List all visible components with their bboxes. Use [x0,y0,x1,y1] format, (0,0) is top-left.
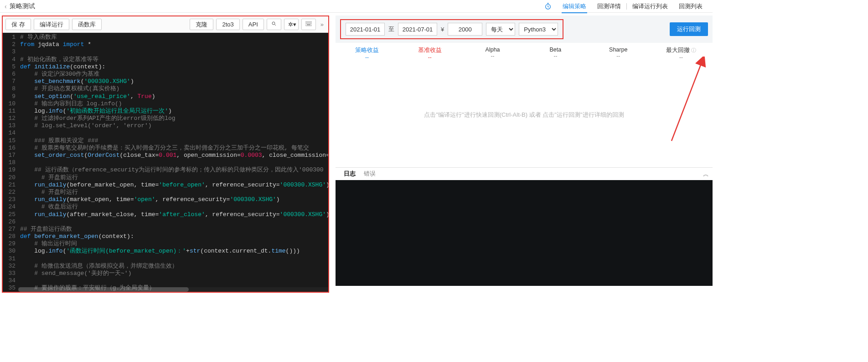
hint-area: 点击"编译运行"进行快速回测(Ctrl-Alt-B) 或者 点击"运行回测"进行… [336,62,713,167]
search-icon [271,21,277,28]
log-tab-0[interactable]: 日志 [344,167,356,181]
back-chevron-icon[interactable]: ‹ [5,3,7,10]
clone-button[interactable]: 克隆 [190,19,213,31]
gear-icon: ✲▾ [288,21,294,28]
language-select[interactable]: Python3 [519,23,558,36]
save-button[interactable]: 保 存 [5,19,31,31]
log-body[interactable] [336,180,713,286]
py2to3-button[interactable]: 2to3 [216,19,239,31]
metric-label: 基准收益 [398,47,461,54]
to-label: 至 [388,25,394,33]
currency-symbol: ¥ [441,26,444,33]
svg-rect-4 [307,22,308,23]
keyboard-button[interactable] [301,19,316,31]
fn-lib-button[interactable]: 函数库 [72,19,102,31]
editor-pane: 保 存 编译运行 函数库 克隆 2to3 API ✲▾ » 1234567891… [2,16,329,293]
api-button[interactable]: API [243,19,264,31]
metric-value: -- [336,54,398,61]
metric-3: Beta-- [524,47,587,61]
svg-rect-6 [310,22,310,23]
svg-point-1 [272,22,275,25]
scroll-thumb[interactable] [18,287,189,292]
expand-log-icon[interactable]: ︽ [703,170,709,178]
metric-value: -- [461,53,524,59]
editor-toolbar: 保 存 编译运行 函数库 克隆 2to3 API ✲▾ » [3,16,328,33]
compile-run-button[interactable]: 编译运行 [34,19,69,31]
log-tab-1[interactable]: 错误 [364,167,376,181]
metric-4: Sharpe-- [587,47,650,61]
toolbar-more-icon[interactable]: » [319,21,326,28]
run-backtest-button[interactable]: 运行回测 [670,22,708,36]
page-header: ‹ 策略测试 编辑策略回测详情编译运行列表回测列表 [0,0,713,13]
svg-rect-7 [310,22,311,23]
stopwatch-icon[interactable] [544,3,552,10]
log-tabs-row: 日志错误 ︽ [336,167,713,180]
metric-label: Sharpe [587,47,650,53]
metric-1: 基准收益-- [398,47,461,61]
header-tab-1[interactable]: 回测详情 [592,0,626,13]
log-tabs: 日志错误 [339,167,376,181]
page-title: 策略测试 [10,2,35,10]
date-to-input[interactable] [398,23,437,36]
metric-5: 最大回撤 ⓘ-- [650,47,713,61]
metrics-row: 策略收益--基准收益--Alpha--Beta--Sharpe--最大回撤 ⓘ-… [336,43,713,62]
backtest-params: 至 ¥ 每天 Python3 [340,19,563,39]
frequency-select[interactable]: 每天 [486,23,515,36]
metric-value: -- [524,53,587,59]
code-editor[interactable]: 1234567891011121314151617181920212223242… [3,33,328,292]
svg-rect-8 [306,23,307,24]
metric-2: Alpha-- [461,47,524,61]
amount-input[interactable] [448,23,482,36]
svg-rect-5 [308,22,309,23]
metric-0: 策略收益-- [336,47,398,61]
svg-rect-10 [308,23,309,24]
metric-label: Beta [524,47,587,53]
metric-label: 最大回撤 ⓘ [650,47,713,54]
svg-rect-11 [310,23,310,24]
header-tab-2[interactable]: 编译运行列表 [627,0,673,13]
search-button[interactable] [267,19,281,31]
metric-label: Alpha [461,47,524,53]
line-gutter: 1234567891011121314151617181920212223242… [3,33,18,292]
svg-rect-12 [310,23,311,24]
metric-value: -- [650,54,713,61]
settings-button[interactable]: ✲▾ [284,19,299,31]
metric-value: -- [587,53,650,59]
editor-horizontal-scrollbar[interactable] [18,287,328,292]
header-tabs: 编辑策略回测详情编译运行列表回测列表 [544,0,708,13]
svg-rect-13 [307,24,310,25]
result-pane: 至 ¥ 每天 Python3 运行回测 策略收益--基准收益--Alpha--B… [336,16,713,293]
hint-text: 点击"编译运行"进行快速回测(Ctrl-Alt-B) 或者 点击"运行回测"进行… [424,111,624,119]
code-body[interactable]: # 导入函数库from jqdata import *# 初始化函数，设定基准等… [18,33,328,292]
date-from-input[interactable] [346,23,385,36]
header-tab-0[interactable]: 编辑策略 [557,0,592,13]
header-tab-3[interactable]: 回测列表 [673,0,708,13]
metric-label: 策略收益 [336,47,398,54]
metric-value: -- [398,54,461,61]
svg-rect-9 [307,23,308,24]
info-icon[interactable]: ⓘ [690,47,696,53]
keyboard-icon [305,21,312,28]
svg-rect-3 [306,22,307,23]
